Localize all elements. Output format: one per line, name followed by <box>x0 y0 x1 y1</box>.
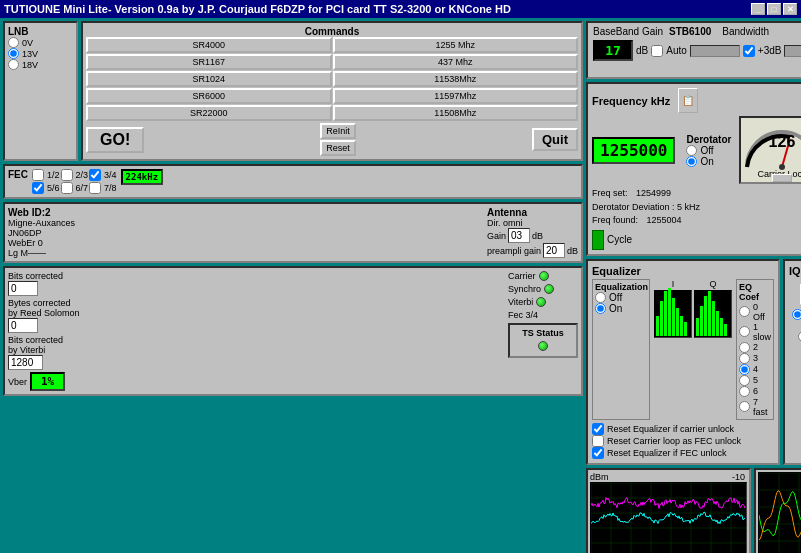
eqc-6-radio[interactable] <box>739 386 750 397</box>
eq-check-2[interactable] <box>592 447 604 459</box>
fec-freq-display: 224kHz <box>121 169 164 185</box>
app-title: TUTIOUNE Mini Lite- Version 0.9a by J.P.… <box>4 3 511 15</box>
freq-icon: 📋 <box>678 88 698 113</box>
sr1024-button[interactable]: SR1024 <box>86 71 332 87</box>
baseband-label: BaseBand Gain <box>593 26 663 37</box>
sr4000-button[interactable]: SR4000 <box>86 37 332 53</box>
cycle-label: Cycle <box>607 234 632 245</box>
bytes-cor-input[interactable] <box>8 318 38 333</box>
eqc-7-radio[interactable] <box>739 401 750 412</box>
sr22000-button[interactable]: SR22000 <box>86 105 332 121</box>
freq-1255-button[interactable]: 1255 Mhz <box>333 37 579 53</box>
fec-status-label: Fec 3/4 <box>508 310 578 320</box>
gain-slider[interactable] <box>690 45 740 57</box>
derotator-label: Derotator <box>686 134 731 145</box>
lnb-13v-radio[interactable] <box>8 48 19 59</box>
maximize-button[interactable]: □ <box>767 3 781 15</box>
freq-found-value: 1255004 <box>647 214 682 228</box>
lgm-label: Lg M—— <box>8 248 75 258</box>
web-panel: Web ID:2 Migne-Auxances JN06DP WebEr 0 L… <box>3 202 583 263</box>
fec-56-check[interactable] <box>32 182 44 194</box>
title-bar: TUTIOUNE Mini Lite- Version 0.9a by J.P.… <box>0 0 801 18</box>
freq-11538-button[interactable]: 11538Mhz <box>333 71 579 87</box>
cycle-indicator <box>592 230 604 250</box>
eqc-0-radio[interactable] <box>739 306 750 317</box>
bits-cor-input[interactable] <box>8 281 38 296</box>
carrier-led <box>539 271 549 281</box>
eqc-1-radio[interactable] <box>739 326 750 337</box>
deviation-value: 5 kHz <box>677 202 700 212</box>
sr1167-button[interactable]: SR1167 <box>86 54 332 70</box>
gain-input[interactable] <box>508 228 530 243</box>
auto-checkbox[interactable] <box>651 45 663 57</box>
gain-row: Gain dB <box>487 228 578 243</box>
lnb-0v-radio[interactable] <box>8 37 19 48</box>
lnb-18v-radio[interactable] <box>8 59 19 70</box>
eq-coef-label: EQ Coef <box>739 282 771 302</box>
commands-panel: Commands SR4000 1255 Mhz SR1167 437 Mhz … <box>81 21 583 161</box>
iq-title: IQ Compensation <box>789 265 801 277</box>
auto-label: Auto <box>666 45 687 56</box>
eqc-3-radio[interactable] <box>739 353 750 364</box>
viterbi-status-label: Viterbi <box>508 297 533 307</box>
fec-title: FEC <box>8 169 28 180</box>
lnb-commands-row: LNB 0V 13V 18V Commands SR4000 1255 Mhz … <box>3 21 583 161</box>
eq-off-label: Off <box>609 292 622 303</box>
fec-12-check[interactable] <box>32 169 44 181</box>
minimize-button[interactable]: _ <box>751 3 765 15</box>
preampli-label: preampli gain <box>487 246 541 256</box>
eqc-4-radio[interactable] <box>739 364 750 375</box>
preampli-unit: dB <box>567 246 578 256</box>
reset-button[interactable]: Reset <box>320 140 356 156</box>
plus3db-checkbox[interactable] <box>743 45 755 57</box>
iqs-on-radio[interactable] <box>792 309 801 320</box>
reinit-button[interactable]: ReInit <box>320 123 356 139</box>
fec-67-check[interactable] <box>61 182 73 194</box>
fec-34-check[interactable] <box>89 169 101 181</box>
derot-off-label: Off <box>700 145 713 156</box>
equalizer-panel: Equalizer Equalization Off On I Q <box>586 259 780 465</box>
right-column: LNB 0V 13V 18V Commands SR4000 1255 Mhz … <box>3 21 583 553</box>
eq-check-0[interactable] <box>592 423 604 435</box>
derot-on-label: On <box>700 156 713 167</box>
iq-scope-panel <box>754 468 801 554</box>
eq-check-1[interactable] <box>592 435 604 447</box>
iq-label-box: ON IQswap Off Auto <box>789 279 801 347</box>
carrier-status-label: Carrier <box>508 271 536 281</box>
dir-label: Dir. <box>487 218 501 228</box>
fec-23-check[interactable] <box>61 169 73 181</box>
window-controls[interactable]: _ □ ✕ <box>751 3 797 15</box>
carrier-button[interactable] <box>772 174 792 182</box>
lnb-panel: LNB 0V 13V 18V <box>3 21 78 161</box>
eq-on-label: On <box>609 303 622 314</box>
preampli-input[interactable] <box>543 243 565 258</box>
dbm-top-val: -10 <box>732 472 745 482</box>
dir-row: Dir. omni <box>487 218 578 228</box>
eq-off-radio[interactable] <box>595 292 606 303</box>
freq-437-button[interactable]: 437 Mhz <box>333 54 579 70</box>
web-id-section: Web ID:2 Migne-Auxances JN06DP WebEr 0 L… <box>8 207 75 258</box>
sr6000-button[interactable]: SR6000 <box>86 88 332 104</box>
equalization-label: Equalization <box>595 282 647 292</box>
eqc-5-radio[interactable] <box>739 375 750 386</box>
freq-11597-button[interactable]: 11597Mhz <box>333 88 579 104</box>
eq-on-radio[interactable] <box>595 303 606 314</box>
gain-label: Gain <box>487 231 506 241</box>
derot-on-radio[interactable] <box>686 156 697 167</box>
preampli-row: preampli gain dB <box>487 243 578 258</box>
by-viterbi-label: by Viterbi <box>8 345 505 355</box>
close-button[interactable]: ✕ <box>783 3 797 15</box>
eq-i-label: I <box>654 279 692 289</box>
eqc-2-radio[interactable] <box>739 342 750 353</box>
fec-78-check[interactable] <box>89 182 101 194</box>
quit-button[interactable]: Quit <box>532 128 578 151</box>
ts-status-label: TS Status <box>513 328 573 338</box>
bw-slider[interactable] <box>784 45 801 57</box>
go-button[interactable]: GO! <box>86 127 144 153</box>
dir-value: omni <box>503 218 523 228</box>
bits-viterbi-input[interactable] <box>8 355 43 370</box>
freq-11508-button[interactable]: 11508Mhz <box>333 105 579 121</box>
derotator-section: Derotator Off On <box>686 134 731 167</box>
derot-off-radio[interactable] <box>686 145 697 156</box>
frequency-panel: Frequency kHz 📋 1255000 Derotator Off On <box>586 82 801 256</box>
